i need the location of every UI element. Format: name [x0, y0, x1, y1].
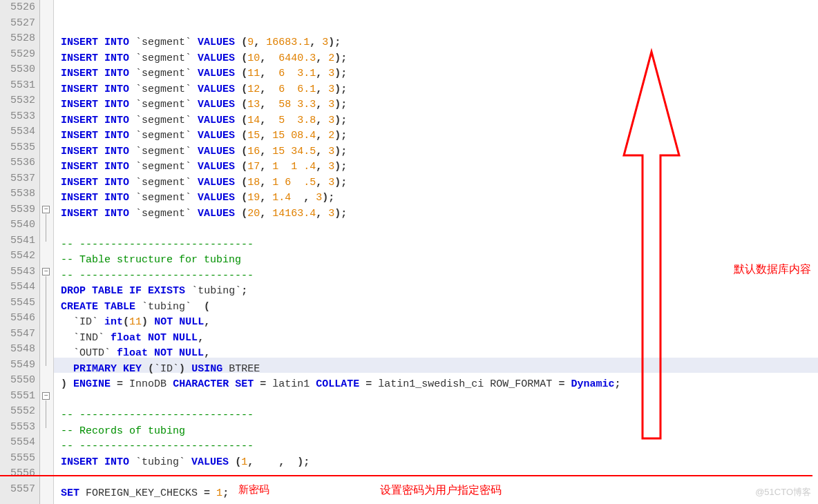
code-line[interactable]: -- ----------------------------	[61, 408, 818, 424]
line-number: 5551	[0, 389, 35, 405]
watermark-text: @51CTO博客	[755, 486, 811, 498]
fold-collapse-icon[interactable]: −	[42, 392, 50, 400]
code-line[interactable]: `OUTD` float NOT NULL,	[61, 346, 818, 362]
line-number: 5552	[0, 404, 35, 420]
code-line[interactable]: INSERT INTO `segment` VALUES (10, 6440.3…	[61, 51, 818, 67]
code-line[interactable]: -- ----------------------------	[61, 238, 818, 253]
line-number: 5537	[0, 171, 35, 187]
annotation-divider	[0, 475, 812, 476]
line-number: 5535	[0, 140, 35, 156]
code-line[interactable]: INSERT INTO `segment` VALUES (11, 6 3.1,…	[61, 66, 818, 82]
code-line[interactable]	[61, 501, 818, 504]
code-line[interactable]: INSERT INTO `segment` VALUES (14, 5 3.8,…	[61, 113, 818, 129]
line-number: 5547	[0, 327, 35, 342]
code-line[interactable]: INSERT INTO `segment` VALUES (17, 1 1 .4…	[61, 159, 818, 175]
code-line[interactable]: INSERT INTO `segment` VALUES (18, 1 6 .5…	[61, 175, 818, 191]
line-number: 5554	[0, 435, 35, 451]
code-line[interactable]	[61, 222, 818, 238]
line-number: 5541	[0, 233, 35, 249]
line-number: 5533	[0, 109, 35, 125]
line-number: 5543	[0, 264, 35, 280]
line-number: 5530	[0, 62, 35, 78]
code-line[interactable]: INSERT INTO `segment` VALUES (15, 15 08.…	[61, 128, 818, 144]
code-line[interactable]: INSERT INTO `segment` VALUES (20, 14163.…	[61, 206, 818, 222]
code-line[interactable]	[61, 393, 818, 409]
code-line[interactable]: ) ENGINE = InnoDB CHARACTER SET = latin1…	[61, 377, 818, 393]
line-number: 5546	[0, 311, 35, 327]
line-number: 5532	[0, 93, 35, 109]
fold-collapse-icon[interactable]: −	[42, 206, 50, 213]
line-number: 5538	[0, 186, 35, 202]
code-line[interactable]: DROP TABLE IF EXISTS `tubing`;	[61, 284, 818, 300]
line-number: 5555	[0, 451, 35, 467]
annotation-default-db-content: 默认数据库内容	[734, 262, 811, 277]
code-line[interactable]: INSERT INTO `tubing` VALUES (1, , );	[61, 455, 818, 471]
line-number: 5527	[0, 16, 35, 32]
line-number: 5557	[0, 482, 35, 498]
line-number: 5539	[0, 202, 35, 218]
code-line[interactable]: INSERT INTO `segment` VALUES (12, 6 6.1,…	[61, 82, 818, 98]
line-number: 5556	[0, 466, 35, 482]
fold-guide	[46, 400, 46, 428]
code-line[interactable]: -- ----------------------------	[61, 269, 818, 284]
fold-guide	[46, 214, 46, 242]
line-number: 5529	[0, 47, 35, 63]
code-line[interactable]: PRIMARY KEY (`ID`) USING BTREE	[61, 362, 818, 378]
code-editor: 5526 5527 5528 5529 5530 5531 5532 5533 …	[0, 0, 818, 504]
code-line[interactable]: -- ----------------------------	[61, 439, 818, 455]
line-number: 5531	[0, 78, 35, 94]
line-number: 5528	[0, 31, 35, 47]
line-number: 5540	[0, 217, 35, 233]
fold-collapse-icon[interactable]: −	[42, 268, 50, 275]
line-number: 5544	[0, 280, 35, 295]
code-line[interactable]: INSERT INTO `segment` VALUES (9, 16683.1…	[61, 35, 818, 51]
line-number: 5549	[0, 358, 35, 374]
annotation-set-password-note: 设置密码为用户指定密码	[380, 483, 502, 498]
fold-guide	[46, 276, 46, 366]
line-number: 5526	[0, 0, 35, 16]
code-line[interactable]: `ID` int(11) NOT NULL,	[61, 315, 818, 331]
annotation-new-password-label: 新密码	[238, 483, 269, 496]
line-number: 5536	[0, 155, 35, 171]
code-line[interactable]: CREATE TABLE `tubing` (	[61, 300, 818, 316]
line-number: 5553	[0, 420, 35, 436]
line-number: 5542	[0, 249, 35, 264]
line-number: 5548	[0, 342, 35, 358]
line-number: 5545	[0, 295, 35, 311]
code-line[interactable]: `IND` float NOT NULL,	[61, 331, 818, 347]
line-number: 5534	[0, 124, 35, 140]
fold-margin: − − −	[40, 0, 54, 504]
code-line[interactable]: INSERT INTO `segment` VALUES (19, 1.4 , …	[61, 191, 818, 206]
code-line[interactable]: -- Table structure for tubing	[61, 253, 818, 269]
code-line[interactable]: INSERT INTO `segment` VALUES (13, 58 3.3…	[61, 97, 818, 113]
line-number-gutter: 5526 5527 5528 5529 5530 5531 5532 5533 …	[0, 0, 40, 504]
code-line[interactable]: INSERT INTO `segment` VALUES (16, 15 34.…	[61, 144, 818, 160]
line-number: 5550	[0, 373, 35, 389]
code-line[interactable]: -- Records of tubing	[61, 424, 818, 440]
code-area[interactable]: INSERT INTO `segment` VALUES (9, 16683.1…	[54, 0, 818, 504]
